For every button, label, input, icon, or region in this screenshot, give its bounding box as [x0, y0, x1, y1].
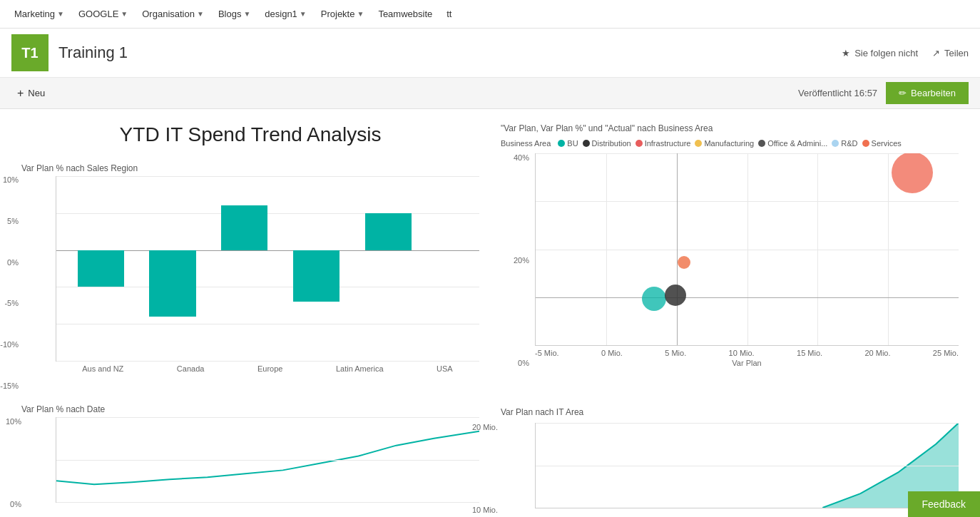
- area-chart-y-axis: 20 Mio. 10 Mio.: [471, 423, 498, 514]
- bubble-chart-section: "Var Plan, Var Plan %" und "Actual" nach…: [501, 123, 959, 390]
- legend-text-rd: R&D: [841, 139, 857, 148]
- nav-item-tt[interactable]: tt: [441, 6, 457, 22]
- plus-icon: +: [17, 87, 24, 100]
- chevron-down-icon: ▼: [357, 10, 364, 18]
- toolbar: + Neu Veröffentlicht 16:57 ✏ Bearbeiten: [0, 78, 980, 109]
- bar-chart-wrapper: 10% 5% 0% -5% -10% -15%: [21, 176, 479, 390]
- chevron-down-icon: ▼: [243, 10, 250, 18]
- main-chart-title: YTD IT Spend Trend Analysis: [21, 123, 479, 146]
- nav-item-design1[interactable]: design1 ▼: [259, 6, 312, 22]
- y-label-neg5: -5%: [0, 300, 19, 307]
- bubble-grid-v: [888, 153, 889, 345]
- new-button[interactable]: + Neu: [11, 84, 51, 103]
- legend-dot-rd: [832, 140, 839, 147]
- grid-line: [56, 460, 479, 461]
- bubble-y-0: 0%: [518, 359, 529, 367]
- bubble-infrastructure: [678, 256, 690, 269]
- bubble-x-10: 10 Mio.: [729, 349, 755, 357]
- site-icon: T1: [11, 34, 49, 71]
- nav-label-teamwebsite: Teamwebsite: [378, 9, 432, 19]
- legend-text-manufacturing: Manufacturing: [704, 139, 754, 148]
- bubble-chart-area: Var Plan %: [535, 153, 959, 346]
- chevron-down-icon: ▼: [197, 10, 204, 18]
- nav-label-organisation: Organisation: [142, 9, 195, 19]
- y-label-neg10: -10%: [0, 341, 19, 349]
- legend-dot-distribution: [583, 140, 590, 147]
- area-y-10: 10 Mio.: [471, 506, 498, 514]
- nav-item-organisation[interactable]: Organisation ▼: [136, 6, 210, 22]
- line-chart-y-axis: 10% 0%: [0, 417, 21, 508]
- bar-europe: [221, 205, 267, 250]
- legend-dot-office: [758, 140, 765, 147]
- left-panel: YTD IT Spend Trend Analysis Var Plan % n…: [21, 123, 479, 517]
- grid-line: [56, 176, 479, 177]
- area-chart-title: Var Plan nach IT Area: [501, 407, 959, 417]
- bubble-x-5: 5 Mio.: [665, 349, 686, 357]
- legend-item-bu: BU: [558, 139, 578, 148]
- y-label-0: 0%: [0, 259, 19, 267]
- main-content: YTD IT Spend Trend Analysis Var Plan % n…: [0, 109, 980, 517]
- feedback-button[interactable]: Feedback: [908, 491, 980, 517]
- grid-line: [56, 417, 479, 418]
- grid-line: [56, 213, 479, 214]
- bubble-zero-v: [677, 153, 678, 345]
- legend-item-distribution: Distribution: [583, 139, 631, 148]
- bar-chart-area: [56, 176, 479, 362]
- bubble-zero-h: [536, 297, 959, 298]
- edit-label: Bearbeiten: [911, 88, 956, 98]
- pencil-icon: ✏: [899, 88, 907, 98]
- nav-item-projekte[interactable]: Projekte ▼: [315, 6, 370, 22]
- nav-label-projekte: Projekte: [321, 9, 355, 19]
- bubble-grid-v: [747, 153, 748, 345]
- y-label-5: 5%: [0, 217, 19, 225]
- legend-label: Business Area: [501, 139, 551, 148]
- header-right: ★ Sie folgen nicht ↗ Teilen: [842, 48, 969, 58]
- area-y-20: 20 Mio.: [471, 423, 498, 431]
- bubble-x-axis-title: Var Plan: [535, 359, 959, 367]
- nav-item-google[interactable]: GOOGLE ▼: [73, 6, 133, 22]
- legend-item-rd: R&D: [832, 139, 857, 148]
- x-label-aus-nz: Aus and NZ: [82, 364, 123, 373]
- nav-label-tt: tt: [446, 9, 451, 19]
- area-chart-area: [535, 423, 959, 508]
- line-y-10: 10%: [0, 417, 21, 426]
- nav-item-teamwebsite[interactable]: Teamwebsite: [372, 6, 438, 22]
- bubble-x-0: 0 Mio.: [601, 349, 623, 357]
- legend-item-infrastructure: Infrastructure: [636, 139, 691, 148]
- bubble-grid-v: [817, 153, 818, 345]
- x-label-latin-america: Latin America: [336, 364, 384, 373]
- edit-button[interactable]: ✏ Bearbeiten: [886, 82, 969, 104]
- line-chart-wrapper: 10% 0%: [21, 417, 479, 508]
- legend-item-manufacturing: Manufacturing: [695, 139, 754, 148]
- grid-line: [536, 466, 959, 466]
- bar-chart-title: Var Plan % nach Sales Region: [21, 163, 479, 173]
- nav-item-marketing[interactable]: Marketing ▼: [9, 6, 70, 22]
- y-label-neg15: -15%: [0, 382, 19, 390]
- page-title: Training 1: [58, 43, 128, 62]
- legend-text-infrastructure: Infrastructure: [645, 139, 691, 148]
- toolbar-left: + Neu: [11, 84, 51, 103]
- bubble-x-neg5: -5 Mio.: [535, 349, 559, 357]
- bar-latin-america: [293, 250, 340, 302]
- line-chart-title: Var Plan % nach Date: [21, 404, 479, 414]
- bubble-x-25: 25 Mio.: [933, 349, 959, 357]
- legend-dot-manufacturing: [695, 140, 702, 147]
- follow-label: Sie folgen nicht: [854, 48, 918, 58]
- follow-button[interactable]: ★ Sie folgen nicht: [842, 48, 918, 58]
- line-y-0: 0%: [0, 500, 21, 508]
- y-label-10: 10%: [0, 176, 19, 184]
- bar-canada: [149, 250, 195, 317]
- share-button[interactable]: ↗ Teilen: [932, 48, 969, 58]
- bar-chart-section: Var Plan % nach Sales Region 10% 5% 0% -…: [21, 163, 479, 390]
- bubble-grid-v: [606, 153, 607, 345]
- legend-item-services: Services: [862, 139, 902, 148]
- bar-aus-nz: [78, 250, 124, 287]
- bubble-x-axis: -5 Mio. 0 Mio. 5 Mio. 10 Mio. 15 Mio. 20…: [535, 349, 959, 357]
- nav-label-blogs: Blogs: [218, 9, 242, 19]
- nav-label-google: GOOGLE: [78, 9, 118, 19]
- chevron-down-icon: ▼: [300, 10, 307, 18]
- area-chart-section: Var Plan nach IT Area 20 Mio. 10 Mio.: [501, 407, 959, 514]
- legend-text-bu: BU: [567, 139, 578, 148]
- x-label-canada: Canada: [177, 364, 205, 373]
- nav-item-blogs[interactable]: Blogs ▼: [213, 6, 256, 22]
